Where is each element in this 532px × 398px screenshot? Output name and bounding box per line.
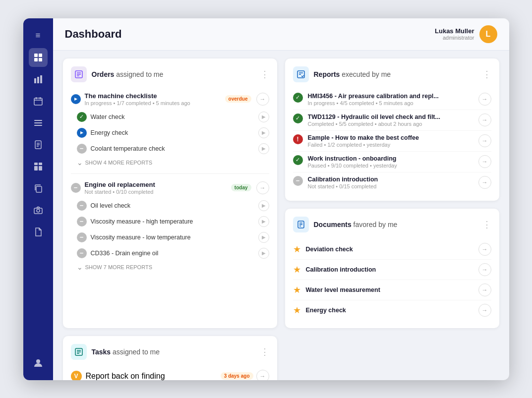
sub-item-play-btn[interactable]: ▶ xyxy=(258,127,269,138)
sidebar-grid-icon[interactable] xyxy=(29,48,48,67)
sidebar-user-icon[interactable] xyxy=(29,353,48,372)
sub-item-play-btn[interactable]: ▶ xyxy=(258,112,269,122)
order-arrow-btn-2[interactable]: → xyxy=(256,181,269,194)
sidebar-document-icon[interactable] xyxy=(29,135,48,154)
status-check-icon: ✓ xyxy=(293,155,303,165)
orders-card-title: Orders assigned to me xyxy=(92,70,164,78)
documents-card: Documents favored by me ⋮ ★ Deviation ch… xyxy=(285,209,499,328)
doc-title: Calibration introduction xyxy=(306,266,376,273)
show-more-1[interactable]: ⌄ SHOW 4 MORE REPORTS xyxy=(77,157,269,169)
sub-item-play-btn[interactable]: ▶ xyxy=(258,232,269,243)
sub-item-play-btn[interactable]: ▶ xyxy=(258,216,269,227)
reports-menu-btn[interactable]: ⋮ xyxy=(482,70,491,79)
sub-item-play-btn[interactable]: ▶ xyxy=(258,200,269,211)
status-check-icon: ✓ xyxy=(293,114,303,123)
sub-item-label: Energy check xyxy=(91,129,128,136)
sidebar-camera-icon[interactable] xyxy=(29,201,48,220)
orders-card-header: Orders assigned to me ⋮ xyxy=(71,66,269,82)
order-title-engine: Engine oil replacement xyxy=(85,181,155,188)
doc-arrow-btn[interactable]: → xyxy=(478,263,491,276)
documents-list: ★ Deviation check → ★ Calibration introd… xyxy=(293,239,491,320)
sidebar-menu-icon[interactable]: ≡ xyxy=(29,26,48,45)
status-inprogress-icon: ▶ xyxy=(71,94,81,104)
sub-item-watercheck: ✓ Water check ▶ xyxy=(77,109,269,125)
svg-rect-3 xyxy=(39,58,42,61)
tasks-card-title: Tasks assigned to me xyxy=(92,348,160,356)
report-sub: Not started • 0/15 completed xyxy=(308,183,378,189)
report-arrow-btn[interactable]: → xyxy=(478,134,491,147)
order-group-2: − Engine oil replacement Not started • 0… xyxy=(71,178,269,273)
badge-today: today xyxy=(231,184,251,191)
sub-item-viscosity-low: − Viscosity measure - low temperature ▶ xyxy=(77,229,269,245)
sidebar-calendar-icon[interactable] xyxy=(29,92,48,111)
reports-card: Reports executed by me ⋮ ✓ HMI3456 - Air… xyxy=(285,58,499,201)
orders-icon xyxy=(71,66,87,82)
sub-item-label: Coolant temperature check xyxy=(91,145,165,152)
tasks-card-header: Tasks assigned to me ⋮ xyxy=(71,344,269,360)
status-minus-icon: − xyxy=(77,248,87,258)
sub-item-label: Oil level check xyxy=(91,202,131,209)
svg-rect-6 xyxy=(40,75,42,83)
report-sub: In progress • 4/5 completed • 5 minutes … xyxy=(308,100,439,106)
report-item-hmi: ✓ HMI3456 - Air preasure calibration and… xyxy=(293,89,491,110)
sidebar-list-icon[interactable] xyxy=(29,114,48,132)
user-name: Lukas Muller xyxy=(435,27,474,35)
tasks-icon xyxy=(71,344,87,360)
star-icon: ★ xyxy=(293,264,301,275)
show-more-2[interactable]: ⌄ SHOW 7 MORE REPORTS xyxy=(77,261,269,273)
doc-item-deviation: ★ Deviation check → xyxy=(293,239,491,260)
tasks-card: Tasks assigned to me ⋮ V Report back on … xyxy=(63,336,277,380)
svg-rect-20 xyxy=(34,166,38,171)
report-arrow-btn[interactable]: → xyxy=(478,176,491,189)
report-sub: Failed • 1/2 completed • yesterday xyxy=(308,142,419,148)
report-item-onboarding: ✓ Work instruction - onboarding Paused •… xyxy=(293,152,491,172)
sub-item-label: Viscosity measure - high temperature xyxy=(91,218,193,225)
sub-item-energycheck: ▶ Energy check ▶ xyxy=(77,125,269,141)
svg-rect-18 xyxy=(34,163,38,165)
sidebar-copy-icon[interactable] xyxy=(29,179,48,198)
sub-item-play-btn[interactable]: ▶ xyxy=(258,143,269,154)
sub-item-oilcheck: − Oil level check ▶ xyxy=(77,198,269,214)
report-item-calibration: − Calibration introduction Not started •… xyxy=(293,172,491,193)
status-minus-icon: − xyxy=(77,232,87,242)
sidebar-chart-icon[interactable] xyxy=(29,70,48,89)
svg-rect-5 xyxy=(37,77,39,83)
report-title: Work instruction - onboarding xyxy=(308,155,397,162)
tasks-menu-btn[interactable]: ⋮ xyxy=(260,347,269,356)
order-group-1: ▶ The machine checkliste In progress • 1… xyxy=(71,89,269,169)
report-arrow-btn[interactable]: → xyxy=(478,93,491,106)
report-item-coffee: ! Eample - How to make the best coffee F… xyxy=(293,131,491,152)
order-subitems-1: ✓ Water check ▶ ▶ Energy check ▶ xyxy=(77,109,269,169)
doc-arrow-btn[interactable]: → xyxy=(478,304,491,317)
badge-overdue: overdue xyxy=(225,95,251,103)
task-title: Report back on finding xyxy=(86,372,165,380)
svg-rect-2 xyxy=(34,58,38,61)
main-content: Dashboard Lukas Muller administrator L xyxy=(53,18,509,380)
order-main-engine: − Engine oil replacement Not started • 0… xyxy=(71,178,269,198)
documents-menu-btn[interactable]: ⋮ xyxy=(482,220,491,229)
svg-rect-1 xyxy=(39,54,42,57)
sidebar-file-icon[interactable] xyxy=(29,223,48,241)
sub-item-play-btn[interactable]: ▶ xyxy=(258,248,269,259)
task-avatar: V xyxy=(71,371,82,380)
svg-rect-22 xyxy=(36,186,42,192)
doc-arrow-btn[interactable]: → xyxy=(478,284,491,296)
sub-item-cd336: − CD336 - Drain engine oil ▶ xyxy=(77,245,269,261)
sub-item-label: Viscosity measure - low temperature xyxy=(91,234,191,241)
orders-menu-btn[interactable]: ⋮ xyxy=(260,70,269,79)
doc-arrow-btn[interactable]: → xyxy=(478,243,491,256)
header: Dashboard Lukas Muller administrator L xyxy=(53,18,509,51)
avatar[interactable]: L xyxy=(479,25,497,43)
sidebar-widget-icon[interactable] xyxy=(29,157,48,176)
documents-icon xyxy=(293,217,309,232)
documents-card-header: Documents favored by me ⋮ xyxy=(293,217,491,232)
star-icon: ★ xyxy=(293,244,301,255)
dashboard-grid: Orders assigned to me ⋮ ▶ The machine ch… xyxy=(53,51,509,380)
task-arrow-btn[interactable]: → xyxy=(256,370,269,380)
order-arrow-btn-1[interactable]: → xyxy=(256,93,269,106)
report-arrow-btn[interactable]: → xyxy=(478,114,491,126)
svg-rect-11 xyxy=(34,120,42,121)
svg-rect-21 xyxy=(39,166,42,171)
report-arrow-btn[interactable]: → xyxy=(478,155,491,168)
doc-title: Water level measurement xyxy=(306,286,380,293)
